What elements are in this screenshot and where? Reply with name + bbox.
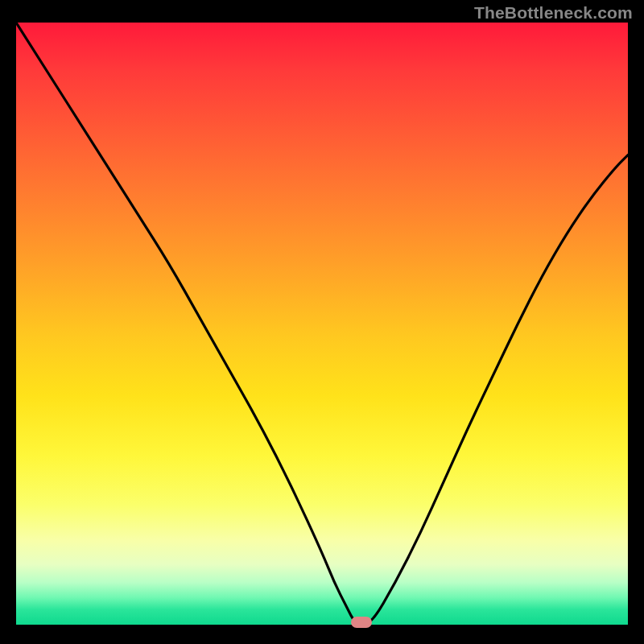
plot-area <box>16 23 628 625</box>
chart-frame: TheBottleneck.com <box>0 0 644 644</box>
minimum-marker <box>351 617 372 628</box>
watermark-text: TheBottleneck.com <box>474 3 633 23</box>
bottleneck-curve <box>16 23 628 625</box>
